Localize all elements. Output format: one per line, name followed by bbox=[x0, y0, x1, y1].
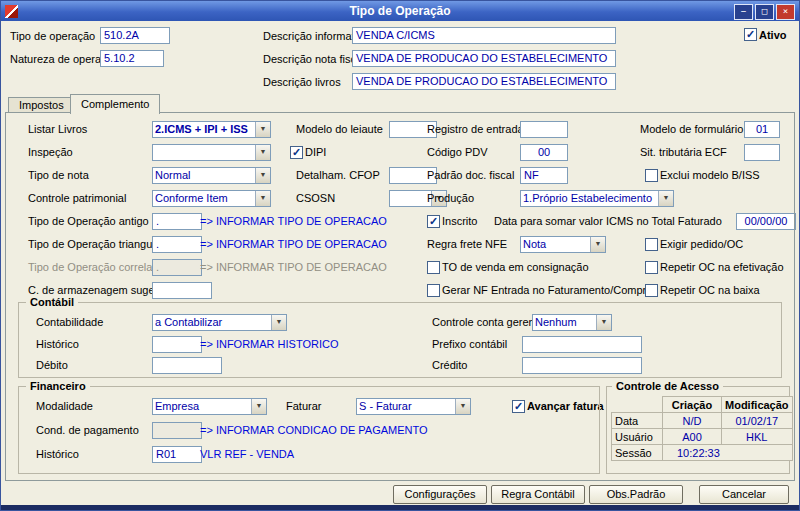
tab-complemento[interactable]: Complemento bbox=[70, 94, 160, 114]
ca-col-modificacao: Modificação bbox=[722, 397, 793, 413]
window-controls: − □ × bbox=[734, 4, 795, 20]
descricao-livros-label: Descrição livros bbox=[263, 76, 341, 88]
minimize-button[interactable]: − bbox=[734, 4, 753, 20]
window-title: Tipo de Operação bbox=[1, 4, 799, 18]
tab-impostos[interactable]: Impostos bbox=[8, 97, 75, 112]
window-bottom-strip bbox=[0, 505, 800, 511]
ativo-label: Ativo bbox=[759, 29, 787, 41]
descricao-informativa-input[interactable]: VENDA C/ICMS bbox=[352, 27, 616, 44]
ca-usuario-label: Usuário bbox=[612, 429, 663, 445]
ca-sessao-value: 10:22:33 bbox=[663, 445, 793, 461]
regra-contabil-button[interactable]: Regra Contábil bbox=[491, 485, 585, 504]
ca-data-label: Data bbox=[612, 413, 663, 429]
natureza-operacao-input[interactable]: 5.10.2 bbox=[100, 50, 164, 67]
ca-header-row: Criação Modificação bbox=[612, 397, 793, 413]
ca-data-modificacao: 01/02/17 bbox=[722, 413, 793, 429]
title-bar[interactable]: Tipo de Operação − □ × bbox=[1, 1, 799, 21]
ca-row-usuario: Usuário A00 HKL bbox=[612, 429, 793, 445]
financeiro-group bbox=[18, 386, 600, 474]
ca-usuario-modificacao: HKL bbox=[722, 429, 793, 445]
maximize-button[interactable]: □ bbox=[755, 4, 774, 20]
ca-row-sessao: Sessão 10:22:33 bbox=[612, 445, 793, 461]
app-icon bbox=[5, 5, 18, 18]
descricao-livros-input[interactable]: VENDA DE PRODUCAO DO ESTABELECIMENTO bbox=[352, 73, 616, 90]
contabil-group-title: Contábil bbox=[26, 296, 78, 308]
financeiro-group-title: Financeiro bbox=[26, 380, 90, 392]
descricao-nota-fiscal-input[interactable]: VENDA DE PRODUCAO DO ESTABELECIMENTO bbox=[352, 50, 616, 67]
ca-corner-cell bbox=[612, 397, 663, 413]
ativo-checkbox[interactable]: ✓ bbox=[744, 28, 757, 41]
tipo-operacao-input[interactable]: 510.2A bbox=[100, 27, 170, 44]
ca-row-data: Data N/D 01/02/17 bbox=[612, 413, 793, 429]
contabil-group bbox=[18, 302, 782, 378]
controle-acesso-table: Criação Modificação Data N/D 01/02/17 Us… bbox=[611, 396, 793, 461]
configuracoes-button[interactable]: Configurações bbox=[393, 485, 487, 504]
controle-acesso-group-title: Controle de Acesso bbox=[612, 380, 723, 392]
tipo-operacao-label: Tipo de operação bbox=[10, 30, 95, 42]
ca-usuario-criacao: A00 bbox=[663, 429, 722, 445]
ca-col-criacao: Criação bbox=[663, 397, 722, 413]
cancelar-button[interactable]: Cancelar bbox=[699, 485, 789, 504]
descricao-nota-fiscal-label: Descrição nota fiscal bbox=[263, 53, 365, 65]
ca-sessao-label: Sessão bbox=[612, 445, 663, 461]
close-button[interactable]: × bbox=[776, 4, 795, 20]
ca-data-criacao: N/D bbox=[663, 413, 722, 429]
obs-padrao-button[interactable]: Obs.Padrão bbox=[589, 485, 683, 504]
